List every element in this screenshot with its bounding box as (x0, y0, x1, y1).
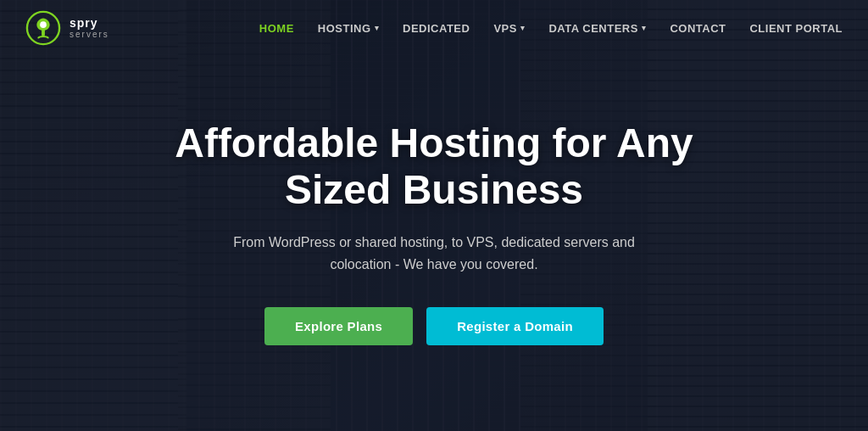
main-nav: spry servers HOME HOSTING ▾ DEDICATED VP… (0, 0, 868, 56)
nav-item-datacenters: DATA CENTERS ▾ (548, 22, 646, 35)
hero-section: spry servers HOME HOSTING ▾ DEDICATED VP… (0, 0, 868, 431)
hosting-dropdown-arrow: ▾ (375, 24, 380, 32)
explore-plans-button[interactable]: Explore Plans (264, 307, 413, 345)
nav-link-home[interactable]: HOME (259, 22, 294, 35)
nav-item-home: HOME (259, 20, 294, 36)
nav-link-vps[interactable]: VPS ▾ (493, 22, 525, 35)
datacenters-dropdown-arrow: ▾ (642, 24, 647, 32)
hero-buttons: Explore Plans Register a Domain (264, 307, 604, 345)
nav-link-datacenters[interactable]: DATA CENTERS ▾ (548, 22, 646, 35)
nav-item-dedicated: DEDICATED (403, 20, 470, 36)
nav-item-clientportal: CLIENT PORTAL (749, 20, 843, 36)
nav-item-contact: CONTACT (670, 20, 726, 36)
logo-icon (25, 10, 61, 46)
hero-title: Affordable Hosting for Any Sized Busines… (146, 120, 722, 213)
logo-link[interactable]: spry servers (25, 10, 109, 46)
nav-link-hosting[interactable]: HOSTING ▾ (318, 22, 379, 35)
nav-menu: HOME HOSTING ▾ DEDICATED VPS ▾ DATA CENT… (259, 20, 843, 36)
vps-dropdown-arrow: ▾ (520, 24, 526, 32)
nav-item-hosting: HOSTING ▾ (318, 22, 379, 35)
nav-link-dedicated[interactable]: DEDICATED (403, 22, 470, 35)
logo-text: spry servers (70, 17, 109, 39)
brand-sub: servers (70, 30, 109, 39)
nav-link-contact[interactable]: CONTACT (670, 22, 726, 35)
svg-point-1 (40, 21, 47, 28)
register-domain-button[interactable]: Register a Domain (426, 307, 604, 345)
nav-link-clientportal[interactable]: CLIENT PORTAL (749, 22, 843, 35)
hero-subtitle: From WordPress or shared hosting, to VPS… (205, 232, 663, 275)
hero-content: Affordable Hosting for Any Sized Busines… (0, 0, 868, 431)
brand-name: spry (70, 17, 109, 30)
nav-item-vps: VPS ▾ (493, 22, 525, 35)
